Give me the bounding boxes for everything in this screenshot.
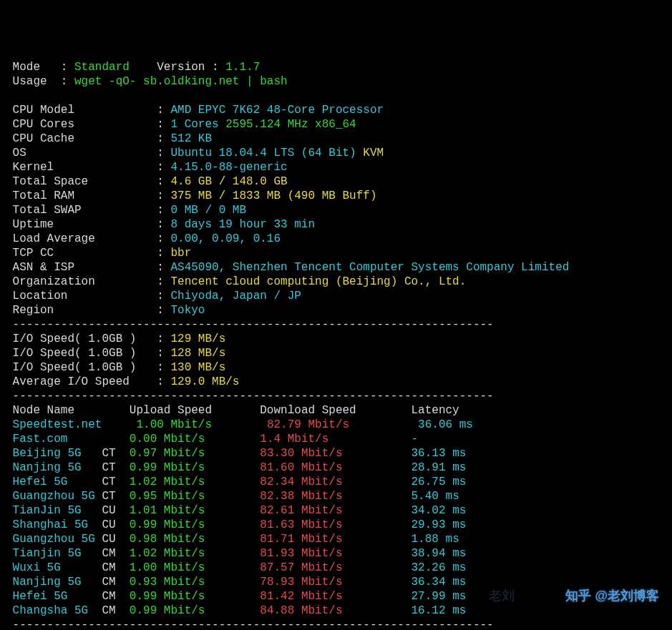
speed-up: 1.02 Mbit/s bbox=[130, 476, 260, 488]
speed-up: 0.98 Mbit/s bbox=[130, 533, 260, 546]
speed-lat: 36.13 ms bbox=[412, 447, 467, 460]
mode-value: Standard bbox=[74, 61, 157, 74]
dash: ----------------------------------------… bbox=[6, 619, 494, 630]
speed-lat: 5.40 ms bbox=[412, 490, 459, 503]
speed-up: 1.00 Mbit/s bbox=[130, 561, 260, 574]
version-label: Version : bbox=[157, 61, 225, 74]
sys-label: CPU Model : bbox=[6, 104, 170, 117]
io-label: I/O Speed( 1.0GB ) : bbox=[6, 361, 170, 374]
dash: ----------------------------------------… bbox=[6, 390, 494, 403]
io-row-2: I/O Speed( 1.0GB ) : 130 MB/s bbox=[6, 360, 666, 375]
speed-lat: 36.34 ms bbox=[412, 576, 467, 589]
usage-value: wget -qO- sb.oldking.net | bash bbox=[74, 75, 288, 88]
speed-up: 0.95 Mbit/s bbox=[130, 490, 260, 503]
speed-down: 81.42 Mbit/s bbox=[260, 590, 411, 603]
sys-value: Ubuntu 18.04.4 LTS (64 Bit) bbox=[170, 147, 356, 159]
sys-value: 4.6 GB / 148.0 GB bbox=[170, 175, 287, 188]
speed-up: 0.99 Mbit/s bbox=[130, 604, 260, 617]
sys-label: Organization : bbox=[6, 275, 170, 288]
col-up: Upload Speed bbox=[130, 404, 260, 417]
speed-node: TianJin 5G bbox=[6, 504, 95, 517]
col-node: Node Name bbox=[6, 404, 130, 417]
speed-lat: 38.94 ms bbox=[412, 547, 467, 560]
speed-row-13: Changsha 5G CM 0.99 Mbit/s 84.88 Mbit/s … bbox=[6, 604, 666, 618]
divider: ----------------------------------------… bbox=[6, 318, 666, 332]
sys-label: TCP CC : bbox=[6, 247, 170, 260]
sys-value: AMD EPYC 7K62 48-Core Processor bbox=[170, 104, 384, 117]
speed-isp: CM bbox=[95, 590, 130, 603]
sys-label: Load Average : bbox=[6, 232, 170, 245]
speed-node: Beijing 5G bbox=[6, 447, 95, 460]
speed-node: Shanghai 5G bbox=[6, 518, 95, 531]
speed-isp: CU bbox=[95, 504, 130, 517]
speed-up: 0.00 Mbit/s bbox=[130, 433, 260, 446]
speed-down: 84.88 Mbit/s bbox=[260, 604, 411, 617]
speed-isp-blank bbox=[102, 418, 136, 431]
speed-down: 81.60 Mbit/s bbox=[260, 461, 411, 474]
speed-isp: CT bbox=[95, 476, 130, 488]
speed-row-0: Speedtest.net 1.00 Mbit/s 82.79 Mbit/s 3… bbox=[6, 418, 666, 432]
io-value: 130 MB/s bbox=[170, 361, 225, 374]
speed-down: 82.61 Mbit/s bbox=[260, 504, 411, 517]
sys-value: 1 Cores bbox=[170, 118, 218, 131]
sys-value: Chiyoda, Japan / JP bbox=[170, 290, 301, 302]
speed-up: 1.02 Mbit/s bbox=[130, 547, 260, 560]
speed-row-9: Tianjin 5G CM 1.02 Mbit/s 81.93 Mbit/s 3… bbox=[6, 546, 666, 561]
sys-value: Tencent cloud computing (Beijing) Co., L… bbox=[170, 275, 466, 288]
speed-down: 87.57 Mbit/s bbox=[260, 561, 411, 574]
speed-isp: CT bbox=[95, 461, 130, 474]
speed-down: 83.30 Mbit/s bbox=[260, 447, 411, 460]
sys-label: Location : bbox=[6, 290, 170, 302]
speed-node: Fast.com bbox=[6, 433, 95, 446]
speed-up: 1.01 Mbit/s bbox=[130, 504, 260, 517]
sys-value: 8 days 19 hour 33 min bbox=[170, 218, 315, 231]
speed-down: 78.93 Mbit/s bbox=[260, 576, 411, 589]
io-label: I/O Speed( 1.0GB ) : bbox=[6, 333, 170, 345]
watermark: 知乎 @老刘博客 bbox=[565, 589, 659, 603]
sys-value: AS45090, Shenzhen Tencent Computer Syste… bbox=[170, 261, 569, 274]
speed-header: Node Name Upload Speed Download Speed La… bbox=[6, 403, 666, 418]
sys-label: Kernel : bbox=[6, 161, 170, 174]
dash: ----------------------------------------… bbox=[6, 318, 494, 331]
speed-isp: CM bbox=[95, 547, 130, 560]
speed-lat: 1.88 ms bbox=[412, 533, 459, 546]
speed-node: Nanjing 5G bbox=[6, 461, 95, 474]
sys-value: 4.15.0-88-generic bbox=[170, 161, 287, 174]
speed-up: 0.99 Mbit/s bbox=[130, 518, 260, 531]
speed-node: Guangzhou 5G bbox=[6, 490, 95, 503]
sys-row-2: CPU Cache : 512 KB bbox=[6, 132, 666, 146]
sys-value: 512 KB bbox=[170, 132, 212, 145]
io-row-0: I/O Speed( 1.0GB ) : 129 MB/s bbox=[6, 332, 666, 346]
speed-node: Hefei 5G bbox=[6, 476, 95, 488]
mode-line: Mode : Standard Version : 1.1.7 bbox=[6, 60, 666, 74]
sys-label: CPU Cores : bbox=[6, 118, 170, 131]
sys-label: Total SWAP : bbox=[6, 204, 170, 217]
speed-node: Wuxi 5G bbox=[6, 561, 95, 574]
sys-row-6: Total RAM : 375 MB / 1833 MB (490 MB Buf… bbox=[6, 189, 666, 203]
speed-lat: 28.91 ms bbox=[412, 461, 467, 474]
speed-isp-blank bbox=[95, 433, 130, 446]
io-value: 128 MB/s bbox=[170, 347, 225, 360]
sys-label: Region : bbox=[6, 304, 170, 317]
io-row-1: I/O Speed( 1.0GB ) : 128 MB/s bbox=[6, 346, 666, 360]
speed-down: 82.38 Mbit/s bbox=[260, 490, 411, 503]
speed-node: Tianjin 5G bbox=[6, 547, 95, 560]
speed-node: Speedtest.net bbox=[6, 418, 102, 431]
sys-row-13: Location : Chiyoda, Japan / JP bbox=[6, 289, 666, 303]
speed-up: 1.00 Mbit/s bbox=[136, 418, 266, 431]
speed-isp: CM bbox=[95, 561, 130, 574]
sys-value: 0.00, 0.09, 0.16 bbox=[170, 232, 281, 245]
usage-label: Usage : bbox=[6, 75, 74, 88]
sys-row-4: Kernel : 4.15.0-88-generic bbox=[6, 160, 666, 174]
speed-up: 0.99 Mbit/s bbox=[130, 590, 260, 603]
io-row-3: Average I/O Speed : 129.0 MB/s bbox=[6, 375, 666, 389]
speed-down: 82.79 Mbit/s bbox=[267, 418, 418, 431]
sys-row-8: Uptime : 8 days 19 hour 33 min bbox=[6, 217, 666, 232]
sys-label: ASN & ISP : bbox=[6, 261, 170, 274]
sys-label: Total RAM : bbox=[6, 190, 170, 202]
io-value: 129.0 MB/s bbox=[170, 375, 239, 388]
speed-lat: 16.12 ms bbox=[412, 604, 467, 617]
speed-down: 81.71 Mbit/s bbox=[260, 533, 411, 546]
speed-up: 0.93 Mbit/s bbox=[130, 576, 260, 589]
speed-up: 0.99 Mbit/s bbox=[130, 461, 260, 474]
